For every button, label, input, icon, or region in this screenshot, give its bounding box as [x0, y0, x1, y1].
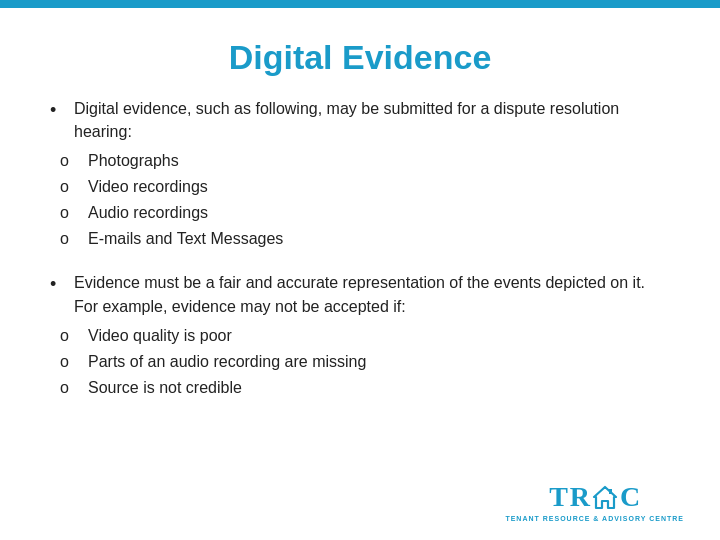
section-2: • Evidence must be a fair and accurate r…: [50, 271, 670, 399]
sub-item-2-1: o Video quality is poor: [60, 324, 670, 348]
page-title: Digital Evidence: [50, 38, 670, 77]
sub-o-2: o: [60, 175, 88, 199]
svg-rect-1: [609, 489, 612, 494]
sub-o-3: o: [60, 201, 88, 225]
sub-label-2-3: Source is not credible: [88, 376, 242, 400]
sub-label-1-4: E-mails and Text Messages: [88, 227, 283, 251]
bullet-item-1: • Digital evidence, such as following, m…: [50, 97, 670, 143]
sub-item-2-2: o Parts of an audio recording are missin…: [60, 350, 670, 374]
sub-label-2-1: Video quality is poor: [88, 324, 232, 348]
sub-list-2: o Video quality is poor o Parts of an au…: [60, 324, 670, 400]
logo-house-icon: [592, 485, 618, 511]
sub-label-1-1: Photographs: [88, 149, 179, 173]
bullet-dot-1: •: [50, 97, 74, 123]
sub-item-1-2: o Video recordings: [60, 175, 670, 199]
logo-tagline: TENANT RESOURCE & ADVISORY CENTRE: [505, 515, 684, 522]
sub-o-7: o: [60, 376, 88, 400]
logo-area: T R C TENANT RESOURCE & ADVISORY CENTRE: [505, 481, 684, 522]
sub-o-6: o: [60, 350, 88, 374]
sub-item-2-3: o Source is not credible: [60, 376, 670, 400]
sub-item-1-1: o Photographs: [60, 149, 670, 173]
logo-c: C: [620, 481, 640, 513]
sub-item-1-4: o E-mails and Text Messages: [60, 227, 670, 251]
sub-o-4: o: [60, 227, 88, 251]
sub-item-1-3: o Audio recordings: [60, 201, 670, 225]
sub-o-1: o: [60, 149, 88, 173]
bullet-text-2: Evidence must be a fair and accurate rep…: [74, 271, 670, 317]
sub-label-1-2: Video recordings: [88, 175, 208, 199]
bullet-text-1: Digital evidence, such as following, may…: [74, 97, 670, 143]
logo-r: R: [570, 481, 590, 513]
sub-label-2-2: Parts of an audio recording are missing: [88, 350, 366, 374]
sub-list-1: o Photographs o Video recordings o Audio…: [60, 149, 670, 251]
logo-t: T: [549, 481, 568, 513]
sub-o-5: o: [60, 324, 88, 348]
sub-label-1-3: Audio recordings: [88, 201, 208, 225]
logo-letters: T R C: [549, 481, 640, 513]
section-1: • Digital evidence, such as following, m…: [50, 97, 670, 251]
bullet-dot-2: •: [50, 271, 74, 297]
bullet-item-2: • Evidence must be a fair and accurate r…: [50, 271, 670, 317]
main-content: Digital Evidence • Digital evidence, suc…: [0, 8, 720, 440]
top-bar: [0, 0, 720, 8]
svg-marker-0: [594, 487, 616, 508]
